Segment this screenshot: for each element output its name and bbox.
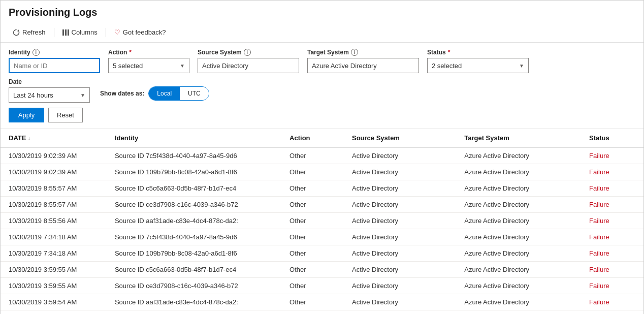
cell-source-system: Active Directory xyxy=(344,245,456,262)
action-chevron-icon: ▼ xyxy=(180,63,185,69)
page-title: Provisioning Logs xyxy=(9,7,635,18)
refresh-icon xyxy=(13,29,20,36)
cell-target-system: Azure Active Directory xyxy=(456,245,581,262)
table-row[interactable]: 10/30/2019 3:59:55 AM Source ID ce3d7908… xyxy=(1,278,643,294)
show-dates-label: Show dates as: xyxy=(100,90,144,97)
cell-action: Other xyxy=(281,197,344,213)
separator2 xyxy=(106,28,106,37)
cell-action: Other xyxy=(281,245,344,262)
cell-source-system: Active Directory xyxy=(344,294,456,310)
filters-row-2: Date Last 24 hours ▼ Show dates as: Loca… xyxy=(9,78,635,103)
cell-date: 10/30/2019 3:06:27 AM xyxy=(1,310,107,315)
cell-status: Failure xyxy=(581,294,643,310)
source-system-filter-group: Source System i Active Directory xyxy=(198,49,299,73)
identity-filter-group: Identity i xyxy=(9,49,100,73)
cell-source-system: Active Directory xyxy=(344,147,456,164)
cell-identity: Source ID 109b79bb-8c08-42a0-a6d1-8f6 xyxy=(107,245,281,262)
toggle-utc-button[interactable]: UTC xyxy=(180,87,209,100)
date-label: Date xyxy=(9,78,90,85)
cell-status: Failure xyxy=(581,197,643,213)
apply-button[interactable]: Apply xyxy=(9,108,44,122)
status-select[interactable]: 2 selected ▼ xyxy=(427,58,529,73)
cell-identity: Source ID 7c5f438d-4040-4a97-8a45-9d6 xyxy=(107,229,281,245)
cell-status: Failure xyxy=(581,229,643,245)
cell-target-system: Azure Active Directory xyxy=(456,310,581,315)
provisioning-logs-table: DATE ↓ Identity Action Source System Tar… xyxy=(1,129,643,314)
col-header-target-system: Target System xyxy=(456,129,581,147)
table-row[interactable]: 10/30/2019 7:34:18 AM Source ID 7c5f438d… xyxy=(1,229,643,245)
cell-identity: Source ID ce3d7908-c16c-4039-a346-b72 xyxy=(107,197,281,213)
toggle-local-button[interactable]: Local xyxy=(149,87,180,100)
status-required: * xyxy=(448,49,450,56)
actions-row: Apply Reset xyxy=(9,108,635,122)
cell-status: Failure xyxy=(581,245,643,262)
action-select[interactable]: 5 selected ▼ xyxy=(108,58,189,73)
page-header: Provisioning Logs Refresh Columns ♡ Got … xyxy=(1,1,643,43)
cell-target-system: Azure Active Directory xyxy=(456,147,581,164)
status-chevron-icon: ▼ xyxy=(519,63,524,69)
cell-identity: Source ID ce3d7908-c16c-4039-a346-b72 xyxy=(107,310,281,315)
heart-icon: ♡ xyxy=(114,28,120,36)
cell-date: 10/30/2019 3:59:55 AM xyxy=(1,262,107,278)
cell-status: Failure xyxy=(581,147,643,164)
identity-input[interactable] xyxy=(9,58,100,73)
cell-action: Other xyxy=(281,310,344,315)
cell-target-system: Azure Active Directory xyxy=(456,229,581,245)
separator xyxy=(54,28,54,37)
cell-date: 10/30/2019 8:55:56 AM xyxy=(1,213,107,229)
cell-target-system: Azure Active Directory xyxy=(456,262,581,278)
col-header-identity: Identity xyxy=(107,129,281,147)
cell-identity: Source ID ce3d7908-c16c-4039-a346-b72 xyxy=(107,278,281,294)
action-required: * xyxy=(129,49,132,56)
cell-action: Other xyxy=(281,294,344,310)
date-filter-group: Date Last 24 hours ▼ xyxy=(9,78,90,103)
col-header-action: Action xyxy=(281,129,344,147)
cell-status: Failure xyxy=(581,164,643,180)
cell-source-system: Active Directory xyxy=(344,310,456,315)
col-header-date: DATE ↓ xyxy=(1,129,107,147)
cell-date: 10/30/2019 7:34:18 AM xyxy=(1,245,107,262)
table-row[interactable]: 10/30/2019 9:02:39 AM Source ID 109b79bb… xyxy=(1,164,643,180)
col-header-source-system: Source System xyxy=(344,129,456,147)
table-row[interactable]: 10/30/2019 8:55:57 AM Source ID ce3d7908… xyxy=(1,197,643,213)
filters-section: Identity i Action * 5 selected ▼ Source … xyxy=(1,43,643,129)
cell-target-system: Azure Active Directory xyxy=(456,197,581,213)
columns-icon xyxy=(62,29,69,36)
table-body: 10/30/2019 9:02:39 AM Source ID 7c5f438d… xyxy=(1,147,643,314)
table-row[interactable]: 10/30/2019 7:34:18 AM Source ID 109b79bb… xyxy=(1,245,643,262)
source-system-info-icon[interactable]: i xyxy=(244,49,251,56)
table-row[interactable]: 10/30/2019 3:59:54 AM Source ID aaf31ade… xyxy=(1,294,643,310)
table-row[interactable]: 10/30/2019 8:55:57 AM Source ID c5c6a663… xyxy=(1,180,643,197)
target-system-select[interactable]: Azure Active Directory xyxy=(307,58,419,73)
cell-status: Failure xyxy=(581,278,643,294)
date-select[interactable]: Last 24 hours ▼ xyxy=(9,87,90,103)
source-system-select[interactable]: Active Directory xyxy=(198,58,299,73)
cell-action: Other xyxy=(281,164,344,180)
table-row[interactable]: 10/30/2019 3:06:27 AM Source ID ce3d7908… xyxy=(1,310,643,315)
date-chevron-icon: ▼ xyxy=(80,92,85,98)
columns-button[interactable]: Columns xyxy=(58,26,102,38)
table-row[interactable]: 10/30/2019 8:55:56 AM Source ID aaf31ade… xyxy=(1,213,643,229)
date-toggle-group: Local UTC xyxy=(148,86,209,101)
cell-status: Failure xyxy=(581,213,643,229)
target-system-info-icon[interactable]: i xyxy=(351,49,358,56)
table-row[interactable]: 10/30/2019 3:59:55 AM Source ID c5c6a663… xyxy=(1,262,643,278)
table-header-row: DATE ↓ Identity Action Source System Tar… xyxy=(1,129,643,147)
cell-date: 10/30/2019 9:02:39 AM xyxy=(1,164,107,180)
identity-info-icon[interactable]: i xyxy=(33,49,40,56)
action-filter-group: Action * 5 selected ▼ xyxy=(108,49,189,73)
cell-target-system: Azure Active Directory xyxy=(456,213,581,229)
cell-target-system: Azure Active Directory xyxy=(456,278,581,294)
cell-status: Failure xyxy=(581,180,643,197)
reset-button[interactable]: Reset xyxy=(48,108,83,122)
feedback-button[interactable]: ♡ Got feedback? xyxy=(110,26,170,38)
cell-source-system: Active Directory xyxy=(344,229,456,245)
table-row[interactable]: 10/30/2019 9:02:39 AM Source ID 7c5f438d… xyxy=(1,147,643,164)
refresh-button[interactable]: Refresh xyxy=(9,26,50,38)
cell-identity: Source ID aaf31ade-c83e-4dc4-878c-da2: xyxy=(107,294,281,310)
cell-action: Other xyxy=(281,213,344,229)
col-header-status: Status xyxy=(581,129,643,147)
cell-source-system: Active Directory xyxy=(344,213,456,229)
sort-icon[interactable]: ↓ xyxy=(28,136,30,141)
cell-status: Failure xyxy=(581,262,643,278)
